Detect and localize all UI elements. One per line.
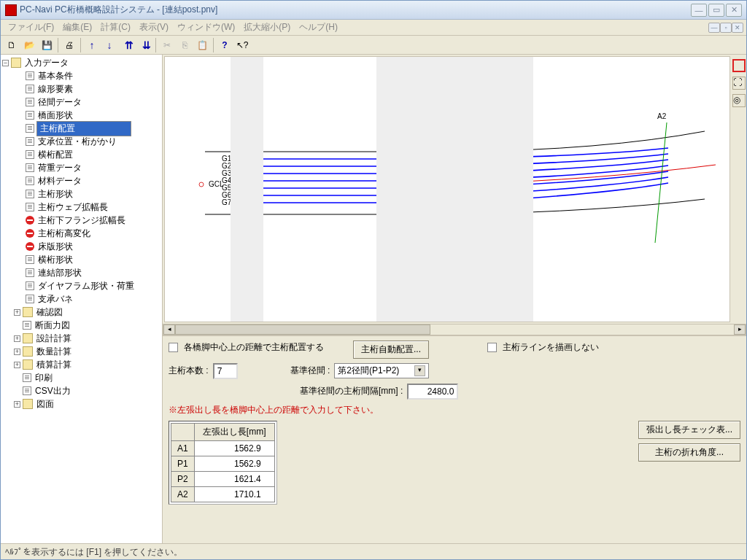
- row-key: P1: [171, 456, 195, 471]
- statusbar: ﾍﾙﾌﾟを表示するには [F1] を押してください。: [1, 543, 746, 559]
- tree-item[interactable]: 断面力図: [34, 319, 71, 332]
- tree-item[interactable]: 図面: [35, 397, 55, 411]
- double-up-arrow-icon[interactable]: ⇈: [119, 37, 135, 53]
- tree-item[interactable]: 主桁下フランジ拡幅長: [36, 214, 127, 228]
- tree-item[interactable]: 床版形状: [36, 240, 74, 254]
- page-icon: [26, 85, 34, 93]
- folder-icon: [23, 307, 33, 317]
- h-scrollbar[interactable]: ◂▸: [163, 324, 746, 335]
- menu-edit[interactable]: 編集(E): [58, 20, 96, 35]
- open-icon[interactable]: 📂: [21, 37, 37, 53]
- spacing-input[interactable]: [407, 384, 458, 400]
- double-down-arrow-icon[interactable]: ⇊: [136, 37, 152, 53]
- expand-icon[interactable]: +: [14, 401, 20, 408]
- mdi-close-button[interactable]: ✕: [732, 23, 743, 33]
- page-icon: [26, 268, 34, 277]
- tree-item[interactable]: 主桁形状: [36, 187, 74, 201]
- mdi-minimize-button[interactable]: —: [708, 23, 720, 33]
- tree-item[interactable]: 材料データ: [36, 174, 83, 188]
- expand-icon[interactable]: +: [14, 349, 20, 355]
- down-arrow-icon[interactable]: ↓: [101, 37, 117, 53]
- maximize-button[interactable]: ▭: [708, 4, 724, 17]
- row-val[interactable]: 1621.4: [194, 471, 274, 486]
- menu-window[interactable]: ウィンドウ(W): [173, 20, 239, 35]
- girder-count-label: 主桁本数 :: [169, 365, 209, 377]
- auto-layout-button[interactable]: 主桁自動配置...: [353, 341, 429, 359]
- tree-item[interactable]: 基本条件: [36, 69, 74, 83]
- print-icon[interactable]: 🖨: [61, 37, 77, 53]
- stop-icon: [26, 216, 34, 225]
- page-icon: [26, 190, 34, 198]
- up-arrow-icon[interactable]: ↑: [84, 37, 100, 53]
- page-icon: [26, 176, 34, 185]
- expand-icon[interactable]: +: [14, 362, 20, 368]
- page-icon: [23, 386, 31, 395]
- base-span-label: 基準径間 :: [290, 365, 330, 377]
- folder-icon: [23, 346, 33, 357]
- new-icon[interactable]: 🗋: [4, 37, 20, 53]
- girder-count-input[interactable]: [213, 363, 238, 379]
- tree-item[interactable]: 積算計算: [35, 358, 73, 372]
- row-val[interactable]: 1562.9: [194, 456, 274, 471]
- tree-item[interactable]: CSV出力: [34, 384, 72, 398]
- expand-icon[interactable]: +: [14, 335, 20, 342]
- expand-icon[interactable]: +: [14, 309, 20, 316]
- spacing-label: 基準径間の主桁間隔[mm] :: [300, 385, 403, 397]
- row-key: A2: [171, 486, 195, 502]
- bend-angle-button[interactable]: 主桁の折れ角度...: [638, 443, 740, 462]
- menu-zoom[interactable]: 拡大縮小(P): [239, 20, 295, 35]
- tree-item[interactable]: 支承バネ: [36, 292, 74, 306]
- tree-item[interactable]: 支承位置・桁がかり: [36, 135, 118, 149]
- row-key: P2: [171, 471, 195, 486]
- window-title: PC-Navi PC桁橋概略設計システム - [連結post.pnv]: [20, 4, 691, 16]
- page-icon: [26, 71, 34, 80]
- titlebar: PC-Navi PC桁橋概略設計システム - [連結post.pnv] — ▭ …: [1, 1, 746, 20]
- hide-lines-checkbox[interactable]: 主桁ラインを描画しない: [487, 341, 599, 354]
- pan-tool-icon[interactable]: ◎: [732, 94, 746, 107]
- tree-item[interactable]: 連結部形状: [36, 266, 83, 280]
- mdi-restore-button[interactable]: ▫: [720, 23, 732, 33]
- tree-item[interactable]: 線形要素: [36, 82, 74, 96]
- pier-center-checkbox[interactable]: 各橋脚中心上の距離で主桁配置する: [169, 341, 324, 354]
- page-icon: [26, 281, 34, 290]
- fit-tool-icon[interactable]: ⛶: [732, 77, 746, 90]
- tree-panel[interactable]: −入力データ基本条件線形要素径間データ橋面形状主桁配置支承位置・桁がかり横桁配置…: [1, 55, 163, 543]
- svg-point-8: [199, 182, 204, 187]
- menu-calc[interactable]: 計算(C): [96, 20, 135, 35]
- drawing-canvas[interactable]: G1G2G3G4G5G6G7GCLA1P1P2A2: [164, 56, 730, 322]
- menu-help[interactable]: ヘルプ(H): [295, 20, 342, 35]
- tree-item[interactable]: ダイヤフラム形状・荷重: [36, 279, 136, 293]
- tree-item[interactable]: 設計計算: [35, 332, 73, 346]
- zoom-tool-icon[interactable]: [732, 59, 746, 72]
- menu-view[interactable]: 表示(V): [135, 20, 173, 35]
- tree-root[interactable]: 入力データ: [23, 56, 70, 70]
- tree-item[interactable]: 横桁形状: [36, 253, 74, 267]
- save-icon[interactable]: 💾: [39, 37, 55, 53]
- tree-item[interactable]: 荷重データ: [36, 161, 83, 175]
- tree-item[interactable]: 印刷: [34, 371, 54, 385]
- help-icon[interactable]: ?: [217, 37, 233, 53]
- tree-item[interactable]: 数量計算: [35, 345, 73, 359]
- row-val[interactable]: 1562.9: [194, 440, 274, 456]
- folder-icon: [11, 58, 21, 68]
- row-val[interactable]: 1710.1: [194, 486, 274, 502]
- check-table-button[interactable]: 張出し長チェック表...: [638, 421, 740, 439]
- tree-item[interactable]: 主桁桁高変化: [36, 227, 92, 241]
- tree-item[interactable]: 横桁配置: [36, 148, 74, 162]
- tree-item[interactable]: 主桁ウェブ拡幅長: [36, 201, 109, 214]
- tree-item[interactable]: 主桁配置: [36, 121, 131, 136]
- copy-icon[interactable]: ⎘: [177, 37, 193, 53]
- page-icon: [23, 373, 31, 382]
- close-button[interactable]: ✕: [726, 4, 742, 17]
- collapse-icon[interactable]: −: [2, 60, 9, 66]
- cut-icon[interactable]: ✂: [159, 37, 175, 53]
- base-span-select[interactable]: 第2径間(P1-P2)▾: [334, 363, 429, 378]
- context-help-icon[interactable]: ↖?: [234, 37, 250, 53]
- tree-item[interactable]: 径間データ: [36, 96, 83, 109]
- tree-item[interactable]: 確認図: [35, 306, 64, 319]
- menu-file[interactable]: ファイル(F): [4, 20, 58, 35]
- minimize-button[interactable]: —: [691, 4, 707, 17]
- page-icon: [26, 124, 34, 133]
- overhang-table[interactable]: 左張出し長[mm] A11562.9P11562.9P21621.4A21710…: [169, 421, 277, 505]
- paste-icon[interactable]: 📋: [194, 37, 210, 53]
